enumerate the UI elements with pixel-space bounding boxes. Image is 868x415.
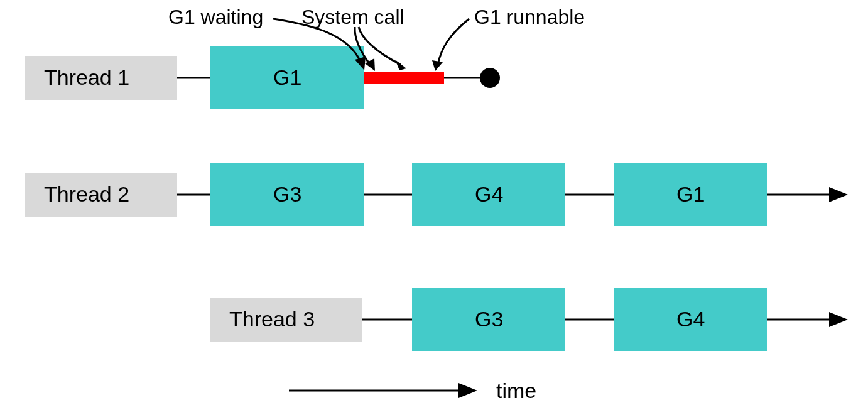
thread3-g3-label: G3 (475, 307, 503, 331)
thread2-g4-label: G4 (475, 182, 503, 206)
thread3-g4-label: G4 (676, 307, 705, 331)
time-axis-arrowhead (458, 383, 477, 398)
annotation-system-call: System call (301, 6, 404, 28)
thread3-timeline-arrow (829, 312, 848, 327)
thread2-g3-label: G3 (273, 182, 301, 206)
thread1-g1-label: G1 (273, 65, 301, 89)
thread1-label: Thread 1 (44, 65, 129, 89)
thread2-label: Thread 2 (44, 182, 129, 206)
thread2-g1-label: G1 (676, 182, 705, 206)
thread1-end-circle (480, 68, 500, 88)
thread3-label: Thread 3 (229, 307, 315, 331)
diagram-canvas: Thread 1 G1 Thread 2 G3 G4 G1 Thread 3 G… (0, 0, 868, 415)
arrow-syscall-center-head (395, 60, 406, 70)
time-label: time (496, 379, 536, 402)
syscall-bar (364, 72, 444, 84)
thread2-timeline-arrow (829, 187, 848, 202)
annotation-g1-runnable: G1 runnable (474, 6, 585, 28)
arrow-g1-runnable (438, 19, 469, 65)
annotation-g1-waiting: G1 waiting (168, 6, 263, 28)
arrow-g1-runnable-head (432, 60, 443, 71)
